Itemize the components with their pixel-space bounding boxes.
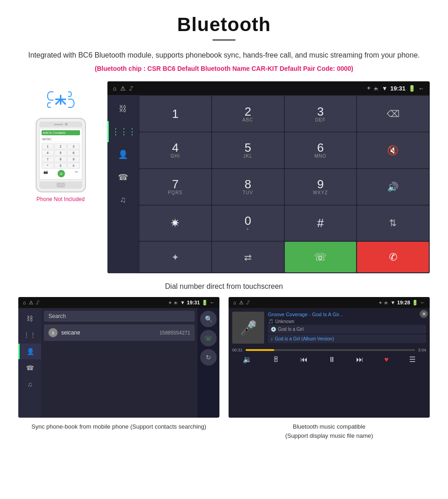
status-bar-left: ⌂ ⚠ ⑀	[113, 85, 133, 92]
ph-back-icon[interactable]: ←	[210, 300, 215, 305]
music-status-bar: ⌂ ⚠ ⑀ ⌖ ⯸ ▼ 19:28 🔋 ←	[229, 297, 430, 308]
back-icon[interactable]: ←	[418, 85, 424, 92]
ph-usb-icon: ⑀	[36, 300, 39, 305]
music-track: ♪ God is a Girl (Album Version)	[268, 334, 426, 343]
ph-bt-icon: ⯸	[173, 300, 178, 305]
bluetooth-signal-icon: ⯸	[47, 86, 75, 113]
music-title: Groove Coverage - God Is A Gir...	[268, 312, 426, 317]
dial-key-volume[interactable]: 🔊	[357, 169, 429, 205]
music-caption: Bluetooth music compatible(Support displ…	[285, 422, 373, 440]
phonebook-content: Search s seicane 15885554271	[41, 308, 197, 418]
volume-button[interactable]: 🔉	[243, 355, 252, 364]
music-controls: 🔉 🎚 ⏮ ⏸ ⏭ ♥ ☰	[232, 355, 426, 364]
dial-key-merge[interactable]: ✦	[139, 242, 211, 272]
bluetooth-status-icon: ⯸	[373, 85, 379, 92]
bottom-screenshots: ⌂ ⚠ ⑀ ⌖ ⯸ ▼ 19:31 🔋 ← ⛓ ⋮⋮ 👤	[0, 297, 448, 440]
next-button[interactable]: ⏭	[356, 356, 363, 364]
battery-icon: 🔋	[408, 85, 416, 92]
progress-bar[interactable]	[245, 349, 416, 351]
car-sidebar-dialpad[interactable]: ⋮⋮⋮	[107, 121, 139, 142]
dial-key-9[interactable]: 9 WXYZ	[285, 169, 357, 205]
playlist-button[interactable]: ☰	[409, 355, 416, 364]
music-close-button[interactable]: ✕	[420, 310, 428, 318]
dial-key-0[interactable]: 0 +	[212, 206, 284, 241]
ph-search-action[interactable]: 🔍	[200, 311, 217, 327]
heart-button[interactable]: ♥	[384, 356, 389, 364]
ph-wifi-icon: ▼	[180, 300, 185, 305]
mu-back-icon[interactable]: ←	[420, 300, 425, 305]
phonebook-section: ⌂ ⚠ ⑀ ⌖ ⯸ ▼ 19:31 🔋 ← ⛓ ⋮⋮ 👤	[18, 297, 219, 440]
usb-icon: ⑀	[129, 85, 133, 92]
car-sidebar-music[interactable]: ♫	[107, 190, 139, 210]
phone-top-bar	[39, 122, 82, 127]
ph-warning-icon: ⚠	[29, 300, 33, 306]
mu-warning-icon: ⚠	[239, 300, 244, 306]
phonebook-action-icons: 🔍 ☏ ↻	[200, 311, 217, 415]
music-screen: ⌂ ⚠ ⑀ ⌖ ⯸ ▼ 19:28 🔋 ← ✕ 🎤 G	[229, 297, 430, 418]
ph-battery-icon: 🔋	[202, 300, 208, 306]
dial-key-call[interactable]: ☏	[285, 242, 357, 272]
main-caption: Dial number direct from touchscreen	[0, 278, 448, 297]
ph-sb-contacts[interactable]: 👤	[18, 344, 41, 359]
car-sidebar-calls[interactable]: ☎	[107, 167, 139, 188]
equalizer-button[interactable]: 🎚	[272, 356, 280, 364]
dialpad-grid: 1 2 ABC 3 DEF ⌫	[139, 95, 430, 273]
ph-sb-link[interactable]: ⛓	[18, 311, 41, 326]
warning-icon: ⚠	[120, 85, 126, 92]
dial-key-star[interactable]: ✷	[139, 206, 211, 241]
dial-key-1[interactable]: 1	[139, 96, 211, 132]
phone-bottom-row: 📷 ☏ ✂	[42, 170, 80, 177]
dial-key-hash[interactable]: #	[285, 206, 357, 241]
ph-sb-calls[interactable]: ☎	[18, 360, 41, 376]
mu-battery-icon: 🔋	[412, 300, 418, 306]
dial-key-5[interactable]: 5 JKL	[212, 133, 284, 168]
gps-icon: ⌖	[367, 85, 370, 92]
ph-refresh-action[interactable]: ↻	[200, 349, 217, 366]
car-sidebar-link[interactable]: ⛓	[107, 99, 139, 119]
ph-sb-music[interactable]: ♫	[18, 377, 41, 392]
progress-fill	[245, 349, 274, 351]
car-screen: ⌂ ⚠ ⑀ ⌖ ⯸ ▼ 19:31 🔋 ← ⛓ ⋮⋮⋮	[107, 81, 430, 273]
car-status-bar: ⌂ ⚠ ⑀ ⌖ ⯸ ▼ 19:31 🔋 ←	[107, 81, 430, 95]
status-bar-right: ⌖ ⯸ ▼ 19:31 🔋 ←	[367, 85, 424, 92]
dial-key-8[interactable]: 8 TUV	[212, 169, 284, 205]
title-underline	[213, 39, 235, 41]
main-content-area: ⯸ Add to Contacts MO9C 123	[0, 81, 448, 273]
ph-home-icon: ⌂	[23, 300, 26, 305]
phone-side: ⯸ Add to Contacts MO9C 123	[18, 81, 103, 202]
phone-bottom-bar	[39, 181, 82, 189]
dial-key-3[interactable]: 3 DEF	[285, 96, 357, 132]
car-sidebar: ⛓ ⋮⋮⋮ 👤 ☎ ♫	[107, 95, 139, 273]
dial-key-2[interactable]: 2 ABC	[212, 96, 284, 132]
progress-current: 00:31	[232, 348, 243, 352]
phone-screen: Add to Contacts MO9C 123 456 789 *0# 📷 ☏…	[39, 128, 82, 180]
dial-key-4[interactable]: 4 GHI	[139, 133, 211, 168]
dial-key-7[interactable]: 7 PQRS	[139, 169, 211, 205]
phonebook-status-bar: ⌂ ⚠ ⑀ ⌖ ⯸ ▼ 19:31 🔋 ←	[18, 297, 219, 308]
contact-entry[interactable]: s seicane 15885554271	[44, 324, 195, 341]
ph-call-action[interactable]: ☏	[200, 330, 217, 346]
dial-key-6[interactable]: 6 MNO	[285, 133, 357, 168]
prev-button[interactable]: ⏮	[300, 356, 308, 364]
pause-button[interactable]: ⏸	[328, 356, 336, 364]
dial-key-end[interactable]: ✆	[357, 242, 429, 272]
phonebook-sidebar: ⛓ ⋮⋮ 👤 ☎ ♫	[18, 308, 41, 418]
music-artist: 🎵 Unknown	[268, 319, 426, 324]
progress-total: 3:04	[418, 348, 426, 352]
dial-key-transfer[interactable]: ⇅	[357, 206, 429, 241]
page-specs: (Bluetooth chip : CSR BC6 Default Blueto…	[27, 65, 421, 72]
wifi-icon: ▼	[382, 85, 388, 92]
phonebook-status-time: 19:31	[187, 300, 200, 305]
contact-initial: s	[48, 328, 58, 337]
dial-key-swap[interactable]: ⇄	[212, 242, 284, 272]
dial-key-backspace[interactable]: ⌫	[357, 96, 429, 132]
car-screen-wrap: ⌂ ⚠ ⑀ ⌖ ⯸ ▼ 19:31 🔋 ← ⛓ ⋮⋮⋮	[107, 81, 430, 273]
search-bar[interactable]: Search	[44, 311, 195, 322]
ph-sb-dialpad[interactable]: ⋮⋮	[18, 327, 41, 343]
page-header: Bluetooth Integrated with BC6 Bluetooth …	[0, 0, 448, 81]
phonebook-caption: Sync phone-book from mobile phone (Suppo…	[32, 422, 206, 431]
contact-number: 15885554271	[160, 330, 190, 335]
car-sidebar-contacts[interactable]: 👤	[107, 144, 139, 165]
dial-key-mute[interactable]: 🔇	[357, 133, 429, 168]
mu-wifi-icon: ▼	[390, 300, 395, 305]
